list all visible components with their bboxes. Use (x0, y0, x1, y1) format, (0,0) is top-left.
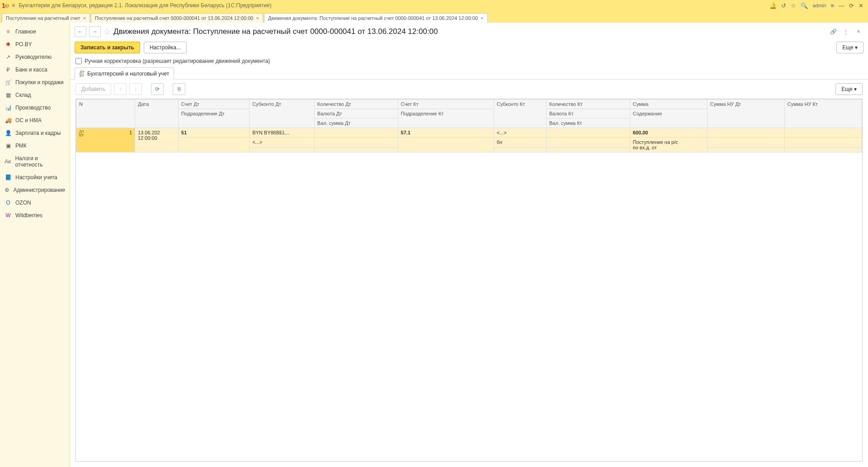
close-page-icon[interactable]: × (854, 27, 863, 37)
title-bar: 1℮ ≡ Бухгалтерия для Беларуси, редакция … (0, 0, 868, 11)
cell-cur-kt (547, 138, 630, 148)
manual-edit-checkbox[interactable] (75, 58, 82, 64)
close-icon[interactable]: × (481, 15, 483, 21)
sidebar-label: ОС и НМА (15, 117, 42, 124)
main-menu-icon[interactable]: ≡ (12, 2, 15, 9)
col-cur-kt: Валюта Кт (547, 109, 630, 119)
history-icon[interactable]: ↺ (781, 2, 786, 9)
sidebar-item[interactable]: WWildberries (0, 209, 70, 222)
sidebar-icon: ▦ (5, 92, 12, 98)
link-icon[interactable]: 🔗 (828, 27, 838, 37)
save-close-button[interactable]: Записать и закрыть (75, 42, 140, 53)
tab-label: Поступление на расчетный счет (6, 15, 80, 21)
minimize-icon[interactable]: — (839, 2, 844, 9)
cell-n: ДᴛКᴛ 1 (76, 128, 135, 152)
grid[interactable]: N Дата Счет Дт Субконто Дт Количество Дт… (75, 99, 863, 462)
app-title: Бухгалтерия для Беларуси, редакция 2.1. … (19, 2, 769, 9)
cell-e4 (784, 148, 862, 152)
sidebar-icon: O (5, 200, 12, 206)
table-row-sub1[interactable]: <...> бн Поступление на р/спо вх.д. от (76, 138, 862, 148)
cell-sub-dt: BYN BY86BEL... (250, 128, 315, 138)
col-sum: Сумма (630, 100, 707, 109)
cell-e2 (784, 138, 862, 148)
doc-tab-3[interactable]: Движения документа: Поступление на расче… (264, 13, 488, 23)
grid-more-button[interactable]: Еще ▾ (835, 83, 863, 95)
close-icon[interactable]: × (256, 15, 259, 21)
sidebar-item[interactable]: ≡Главное (0, 25, 70, 38)
col-sum-nu-kt: Сумма НУ Кт (784, 100, 862, 128)
table-row[interactable]: ДᴛКᴛ 1 13.06.20212:00:00 51 BYN BY86BEL.… (76, 128, 862, 138)
refresh-button[interactable]: ⟳ (151, 83, 164, 95)
col-date: Дата (135, 100, 179, 128)
manual-edit-row: Ручная корректировка (разрешает редактир… (70, 55, 868, 67)
titlebar-actions: 🔔 ↺ ☆ 🔍 admin ≡ — ⟳ ✕ (769, 2, 866, 9)
cell-sum-nu-dt (707, 128, 784, 138)
tab-accounting[interactable]: ДᴛКᴛ Бухгалтерский и налоговый учет (75, 67, 174, 80)
sidebar: ≡Главное✱PO.BY↗Руководителю₽Банк и касса… (0, 23, 70, 467)
app-logo: 1℮ (2, 2, 9, 9)
favorite-icon[interactable]: ☆ (104, 27, 111, 37)
search-icon[interactable]: 🔍 (801, 2, 808, 9)
sidebar-label: Покупки и продажи (15, 79, 64, 86)
sidebar-label: Wildberries (15, 212, 42, 219)
close-icon[interactable]: × (83, 15, 86, 21)
cell-sub-dt-3 (250, 148, 315, 152)
star-icon[interactable]: ☆ (791, 2, 796, 9)
sidebar-label: Зарплата и кадры (15, 130, 61, 136)
col-sub-kt: Субконто Кт (494, 100, 546, 128)
header-row-1: N Дата Счет Дт Субконто Дт Количество Дт… (76, 100, 862, 109)
page-header: ← → ☆ Движения документа: Поступление на… (70, 23, 868, 40)
cell-e1 (707, 138, 784, 148)
kebab-icon[interactable]: ⋮ (841, 27, 851, 37)
move-down-button[interactable]: ↓ (129, 83, 142, 95)
cell-valsum-kt (547, 148, 630, 152)
sidebar-label: Склад (15, 92, 31, 98)
sidebar-item[interactable]: 📊Производство (0, 101, 70, 114)
sidebar-icon: ↗ (5, 54, 12, 60)
add-button[interactable]: Добавить (75, 83, 111, 95)
col-sub-dt: Субконто Дт (250, 100, 315, 128)
cell-sub-kt: <...> (494, 128, 546, 138)
more-button[interactable]: Еще ▾ (836, 42, 863, 53)
sidebar-item[interactable]: 📘Настройки учета (0, 171, 70, 184)
sidebar-item[interactable]: ✱PO.BY (0, 38, 70, 51)
sidebar-item[interactable]: ▦Склад (0, 89, 70, 101)
export-button[interactable]: ⎘ (173, 83, 185, 95)
maximize-icon[interactable]: ⟳ (849, 2, 854, 9)
user-label[interactable]: admin (812, 3, 826, 8)
move-up-button[interactable]: ↑ (114, 83, 127, 95)
sidebar-item[interactable]: 🚚ОС и НМА (0, 114, 70, 127)
settings-button[interactable]: Настройка... (144, 42, 187, 53)
bell-icon[interactable]: 🔔 (769, 2, 777, 9)
cell-dept-kt (398, 138, 494, 152)
forward-button[interactable]: → (89, 26, 101, 37)
cell-qty-dt (314, 128, 398, 138)
col-acc-kt: Счет Кт (398, 100, 494, 109)
cell-content: Поступление на р/спо вх.д. от (630, 138, 707, 152)
sidebar-icon: ✱ (5, 41, 12, 48)
doc-tab-2[interactable]: Поступление на расчетный счет 0000-00004… (91, 13, 263, 23)
sidebar-item[interactable]: 🛒Покупки и продажи (0, 76, 70, 89)
page-title: Движения документа: Поступление на расче… (113, 27, 438, 36)
cell-date: 13.06.20212:00:00 (135, 128, 179, 152)
cell-sum: 600,00 (630, 128, 707, 138)
back-button[interactable]: ← (75, 26, 86, 37)
inner-tabs: ДᴛКᴛ Бухгалтерский и налоговый учет (70, 67, 868, 80)
tab-label: Поступление на расчетный счет 0000-00004… (95, 15, 253, 21)
sidebar-item[interactable]: 👤Зарплата и кадры (0, 127, 70, 139)
doc-tab-1[interactable]: Поступление на расчетный счет × (2, 13, 90, 23)
col-sum-nu-dt: Сумма НУ Дт (707, 100, 784, 128)
cell-sum-nu-kt (784, 128, 862, 138)
settings-icon[interactable]: ≡ (830, 2, 834, 9)
sidebar-item[interactable]: ▣РМК (0, 139, 70, 152)
sidebar-item[interactable]: ⚙Администрирование (0, 184, 70, 196)
close-window-icon[interactable]: ✕ (859, 2, 863, 9)
cell-acc-dt: 51 (178, 128, 249, 138)
cell-valsum-dt (314, 148, 398, 152)
sidebar-item[interactable]: OOZON (0, 196, 70, 209)
sidebar-item[interactable]: ₽Банк и касса (0, 63, 70, 76)
toolbar: Записать и закрыть Настройка... Еще ▾ (70, 40, 868, 55)
sidebar-icon: W (5, 212, 12, 219)
sidebar-item[interactable]: АᴋНалоги и отчетность (0, 152, 70, 171)
sidebar-item[interactable]: ↗Руководителю (0, 51, 70, 63)
